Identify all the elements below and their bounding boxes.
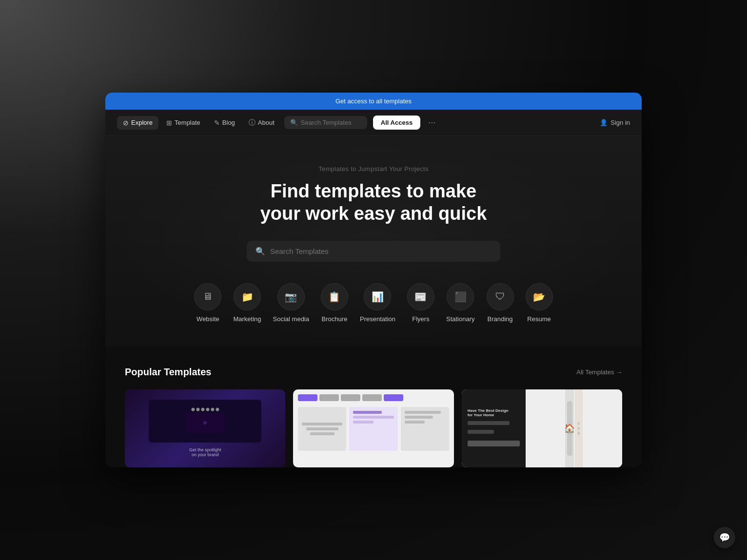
- category-marketing[interactable]: 📁 Marketing: [233, 283, 261, 323]
- hero-search-input[interactable]: [270, 247, 491, 255]
- top-announcement-bar[interactable]: Get access to all templates: [105, 93, 642, 110]
- templates-grid: ⬤ ⬤ ⬤ ⬤ ⬤ ⬤ ⓔ Get the spotlight on your …: [125, 389, 622, 467]
- category-resume[interactable]: 📂 Resume: [526, 283, 553, 323]
- t2-block-5: [384, 394, 403, 401]
- chat-bubble[interactable]: 💬: [714, 527, 735, 548]
- template-card-1-text: Get the spotlight on your brand: [189, 447, 221, 457]
- t2-col-1: [298, 407, 346, 451]
- category-grid: 🖥 Website 📁 Marketing 📷 Social media 📋 B…: [125, 283, 622, 323]
- main-content: Popular Templates All Templates → ⬤ ⬤ ⬤ …: [105, 347, 642, 467]
- t2-col-3: [401, 407, 449, 451]
- blog-icon: ✎: [214, 119, 220, 127]
- t3-left-panel: Have The Best Designfor Your Home: [462, 389, 526, 467]
- explore-icon: ⊘: [123, 119, 129, 127]
- nav-blog[interactable]: ✎ Blog: [208, 116, 241, 130]
- category-icon-marketing: 📁: [234, 283, 261, 310]
- nav-template[interactable]: ⊞ Template: [160, 116, 206, 130]
- category-icon-resume: 📂: [526, 283, 553, 310]
- category-icon-brochure: 📋: [321, 283, 348, 310]
- nav-search-input[interactable]: [301, 119, 361, 126]
- nav-about[interactable]: ⓘ About: [243, 116, 280, 130]
- nav-blog-label: Blog: [222, 119, 235, 126]
- t2-block-3: [341, 394, 360, 401]
- template-card-2[interactable]: [293, 389, 453, 467]
- template-2-row-1: [298, 394, 449, 401]
- category-label-resume: Resume: [527, 315, 550, 323]
- t3-block-2: [468, 430, 494, 434]
- category-label-stationary: Stationary: [446, 315, 475, 323]
- sign-in-label: Sign in: [610, 119, 630, 126]
- category-icon-presentation: 📊: [364, 283, 391, 310]
- hero-section: Templates to Jumpstart Your Projects Fin…: [105, 136, 642, 347]
- category-flyers[interactable]: 📰 Flyers: [407, 283, 434, 323]
- nav-template-label: Template: [175, 119, 200, 126]
- category-website[interactable]: 🖥 Website: [194, 283, 221, 323]
- category-label-website: Website: [197, 315, 219, 323]
- category-icon-website: 🖥: [194, 283, 221, 310]
- about-icon: ⓘ: [249, 118, 256, 127]
- category-branding[interactable]: 🛡 Branding: [487, 283, 514, 323]
- popular-templates-header: Popular Templates All Templates →: [125, 367, 622, 378]
- t3-right-panel: 🏠: [526, 389, 622, 467]
- category-social-media[interactable]: 📷 Social media: [273, 283, 309, 323]
- t2-block-4: [362, 394, 382, 401]
- category-icon-social-media: 📷: [277, 283, 305, 310]
- category-label-flyers: Flyers: [412, 315, 429, 323]
- chat-icon: 💬: [719, 532, 730, 543]
- category-label-marketing: Marketing: [233, 315, 261, 323]
- nav-search-icon: 🔍: [290, 119, 298, 126]
- t2-col-2: [349, 407, 397, 451]
- template-card-1[interactable]: ⬤ ⬤ ⬤ ⬤ ⬤ ⬤ ⓔ Get the spotlight on your …: [125, 389, 285, 467]
- category-label-branding: Branding: [488, 315, 513, 323]
- category-icon-branding: 🛡: [487, 283, 514, 310]
- sign-in-button[interactable]: 👤 Sign in: [600, 119, 630, 126]
- browser-window: Get access to all templates ⊘ Explore ⊞ …: [105, 93, 642, 467]
- all-access-button[interactable]: All Access: [373, 116, 420, 130]
- nav-explore[interactable]: ⊘ Explore: [117, 116, 158, 130]
- main-navigation: ⊘ Explore ⊞ Template ✎ Blog ⓘ About 🔍 Al…: [105, 110, 642, 136]
- hero-search-bar[interactable]: 🔍: [247, 241, 500, 262]
- hero-title-line1: Find templates to make: [271, 181, 476, 201]
- hero-title: Find templates to make your work easy an…: [125, 180, 622, 225]
- hero-search-icon: 🔍: [256, 247, 265, 256]
- t3-block-1: [468, 421, 510, 425]
- category-label-brochure: Brochure: [322, 315, 348, 323]
- nav-search[interactable]: 🔍: [284, 116, 367, 129]
- template-preview-1: ⬤ ⬤ ⬤ ⬤ ⬤ ⬤ ⓔ: [149, 400, 261, 443]
- hero-title-line2: your work easy and quick: [260, 203, 487, 224]
- category-presentation[interactable]: 📊 Presentation: [360, 283, 395, 323]
- template-icon: ⊞: [166, 119, 172, 127]
- nav-about-label: About: [258, 119, 275, 126]
- category-icon-stationary: ⬛: [447, 283, 474, 310]
- category-icon-flyers: 📰: [407, 283, 434, 310]
- all-templates-link[interactable]: All Templates →: [576, 368, 622, 376]
- hero-subtitle: Templates to Jumpstart Your Projects: [125, 165, 622, 173]
- user-icon: 👤: [600, 119, 608, 126]
- t2-block-1: [298, 394, 317, 401]
- category-brochure[interactable]: 📋 Brochure: [321, 283, 348, 323]
- t3-cta: [468, 441, 520, 446]
- category-label-presentation: Presentation: [360, 315, 395, 323]
- nav-explore-label: Explore: [131, 119, 153, 126]
- t3-title: Have The Best Designfor Your Home: [468, 408, 520, 417]
- more-options-button[interactable]: ···: [424, 115, 439, 131]
- t2-block-2: [319, 394, 339, 401]
- category-stationary[interactable]: ⬛ Stationary: [446, 283, 475, 323]
- popular-templates-title: Popular Templates: [125, 367, 211, 378]
- announcement-text: Get access to all templates: [335, 97, 412, 105]
- template-card-3[interactable]: Have The Best Designfor Your Home 🏠: [462, 389, 622, 467]
- category-label-social-media: Social media: [273, 315, 309, 323]
